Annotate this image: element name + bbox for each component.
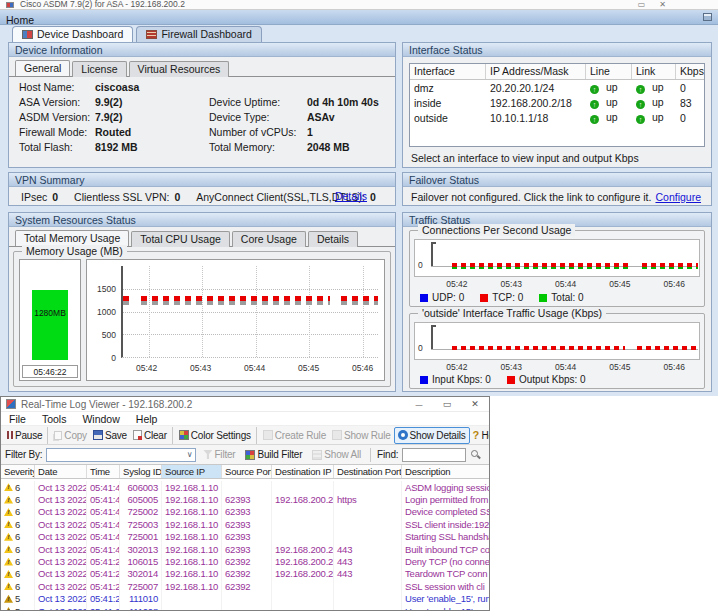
source-ip-cell: 192.168.1.10	[162, 531, 222, 543]
find-input[interactable]	[402, 448, 466, 462]
device-info-field: Device Uptime: 0d 4h 10m 40s	[209, 94, 379, 109]
filter-button[interactable]: Filter	[200, 446, 238, 463]
column-header[interactable]: Source Port	[222, 465, 272, 478]
toolbar-button[interactable]: Save	[90, 427, 130, 444]
column-header[interactable]: Link	[632, 64, 676, 79]
menu-item[interactable]: Window	[74, 412, 127, 425]
toolbar-button[interactable]: Show Rule	[329, 427, 394, 444]
maximize-icon[interactable]	[638, 0, 646, 10]
description-cell: Built inbound TCP con	[402, 543, 489, 555]
vpn-details-link[interactable]: Details	[335, 190, 367, 202]
field-label: Device Uptime:	[209, 96, 307, 108]
log-row[interactable]: 6 Oct 13 2022 05:41:43 725002 192.168.1.…	[1, 506, 489, 518]
source-port-cell	[222, 593, 272, 605]
column-header[interactable]: Severity	[1, 465, 35, 478]
close-icon[interactable]	[659, 0, 666, 10]
toolbar-button[interactable]: Color Settings	[172, 427, 254, 444]
menu-item[interactable]: Help	[128, 412, 166, 425]
log-row[interactable]: 5 Oct 13 2022 05:41:28 111008 User 'enab…	[1, 605, 489, 610]
system-resources-tabs: Total Memory UsageTotal CPU UsageCore Us…	[9, 227, 395, 247]
column-header[interactable]: Time	[87, 465, 120, 478]
system-resources-tab[interactable]: Details	[308, 231, 358, 247]
search-icon[interactable]	[470, 449, 481, 460]
system-resources-tab[interactable]: Total CPU Usage	[131, 231, 230, 247]
failover-configure-link[interactable]: Configure	[655, 191, 701, 203]
filter-button-label: Build Filter	[257, 449, 302, 460]
log-viewer-titlebar[interactable]: Real-Time Log Viewer - 192.168.200.2	[1, 397, 489, 412]
toolbar-button[interactable]: Create Rule	[256, 427, 329, 444]
undock-icon[interactable]	[703, 13, 712, 21]
column-header[interactable]: Syslog ID	[120, 465, 162, 478]
log-row[interactable]: 6 Oct 13 2022 05:41:49 606003 192.168.1.…	[1, 481, 489, 493]
close-icon[interactable]	[461, 397, 489, 411]
toolbar-button[interactable]: Copy	[47, 427, 90, 444]
log-row[interactable]: 5 Oct 13 2022 05:41:28 111010 User 'enab…	[1, 593, 489, 605]
log-row[interactable]: 6 Oct 13 2022 05:41:28 302014 192.168.1.…	[1, 568, 489, 580]
column-header[interactable]: Interface	[410, 64, 486, 79]
device-info-tab[interactable]: License	[72, 61, 126, 77]
dashboard-tab[interactable]: Firewall Dashboard	[136, 26, 261, 42]
log-row[interactable]: 6 Oct 13 2022 05:41:43 725003 192.168.1.…	[1, 518, 489, 530]
device-info-tabs: GeneralLicenseVirtual Resources	[9, 57, 395, 77]
outside-traffic-group: 'outside' Interface Traffic Usage (Kbps)…	[409, 313, 705, 389]
maximize-icon[interactable]	[433, 397, 461, 411]
menu-item[interactable]: Tools	[34, 412, 75, 425]
y-axis-label: 0	[87, 353, 116, 363]
field-value: 2048 MB	[307, 141, 350, 153]
syslog-id-cell: 106015	[120, 555, 162, 567]
log-row[interactable]: 6 Oct 13 2022 05:41:43 302013 192.168.1.…	[1, 543, 489, 555]
column-header[interactable]: Destination Port	[334, 465, 402, 478]
log-row[interactable]: 6 Oct 13 2022 05:41:28 725007 192.168.1.…	[1, 580, 489, 592]
column-header[interactable]: Description	[402, 465, 489, 478]
dashboard-tab-label: Device Dashboard	[37, 28, 123, 40]
log-row[interactable]: 6 Oct 13 2022 05:41:43 725001 192.168.1.…	[1, 531, 489, 543]
toolbar-button[interactable]: Clear	[130, 427, 170, 444]
time-cell: 05:41:28	[87, 580, 120, 592]
log-row[interactable]: 6 Oct 13 2022 05:41:49 605005 192.168.1.…	[1, 493, 489, 505]
date-cell: Oct 13 2022	[35, 531, 87, 543]
column-header[interactable]: Date	[35, 465, 87, 478]
column-header[interactable]: Source IP	[162, 465, 222, 478]
field-label: ASDM Version:	[19, 111, 95, 123]
device-info-tab[interactable]: General	[15, 60, 70, 76]
device-info-tab[interactable]: Virtual Resources	[129, 61, 230, 77]
warning-icon	[4, 520, 13, 528]
system-resources-tab[interactable]: Total Memory Usage	[15, 230, 129, 246]
filter-button[interactable]: Build Filter	[242, 446, 305, 463]
device-info-field: ASDM Version: 7.9(2)	[19, 109, 139, 124]
interface-row[interactable]: dmz 20.20.20.1/24 up up 0	[410, 80, 704, 95]
toolbar-button[interactable]: Show Details	[394, 427, 470, 444]
column-header[interactable]: Kbps	[676, 64, 704, 79]
source-port-cell: 62392	[222, 568, 272, 580]
minimize-icon[interactable]	[405, 397, 433, 411]
dashboard-tabs: Device Dashboard Firewall Dashboard	[12, 26, 262, 42]
field-label: Total Flash:	[19, 141, 95, 153]
filter-combobox[interactable]	[46, 448, 196, 462]
dashboard-tab[interactable]: Device Dashboard	[12, 26, 133, 42]
field-label: Device Type:	[209, 111, 307, 123]
interface-row[interactable]: outside 10.10.1.1/18 up up 0	[410, 110, 704, 125]
column-header[interactable]: Line	[586, 64, 632, 79]
dashboard-tab-icon	[22, 30, 33, 39]
toolbar-button[interactable]: Pause	[4, 427, 45, 444]
interface-line-status: up	[586, 111, 632, 124]
asdm-app-icon	[6, 2, 14, 8]
log-row[interactable]: 6 Oct 13 2022 05:41:28 106015 192.168.1.…	[1, 555, 489, 567]
connections-chart-x-axis: 05:4205:4305:4405:4505:46	[414, 279, 700, 289]
system-resources-tab[interactable]: Core Usage	[232, 231, 306, 247]
severity-cell: 6	[1, 506, 35, 518]
source-ip-cell: 192.168.1.10	[162, 543, 222, 555]
interface-link-status: up	[632, 111, 676, 124]
log-table-body: 6 Oct 13 2022 05:41:49 606003 192.168.1.…	[1, 481, 489, 610]
filter-button[interactable]: Show All	[309, 446, 364, 463]
toolbar-icon	[133, 430, 142, 440]
field-value: 8192 MB	[95, 141, 138, 153]
interface-row[interactable]: inside 192.168.200.2/18 up up 83	[410, 95, 704, 110]
column-header[interactable]: Destination IP	[272, 465, 334, 478]
field-value: 7.9(2)	[95, 111, 122, 123]
toolbar-button[interactable]: Help	[470, 427, 490, 444]
menu-item[interactable]: File	[1, 412, 34, 425]
x-axis-label: 05:46	[664, 362, 685, 372]
interface-line-status: up	[586, 81, 632, 94]
column-header[interactable]: IP Address/Mask	[486, 64, 586, 79]
